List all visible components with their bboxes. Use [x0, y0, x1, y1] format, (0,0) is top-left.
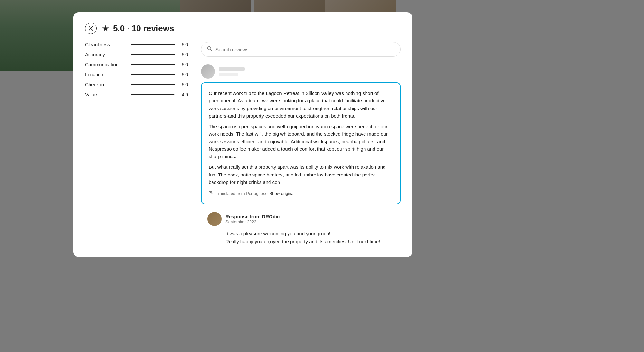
rating-value-communication: 5.0 [179, 62, 188, 67]
rating-value-checkin: 5.0 [179, 82, 188, 87]
rating-bar-communication [131, 64, 175, 65]
search-icon [207, 46, 212, 52]
host-response-paragraph-2: Really happy you enjoyed the property an… [225, 238, 401, 245]
rating-row-checkin: Check-in 5.0 [85, 82, 188, 87]
host-response-paragraph-1: It was a pleasure welcoming you and your… [225, 230, 401, 237]
search-bar[interactable] [201, 42, 401, 57]
rating-bar-fill-communication [131, 64, 175, 65]
reviewer-header [201, 64, 401, 79]
rating-value-value: 4.9 [179, 92, 188, 97]
rating-value-accuracy: 5.0 [179, 52, 188, 57]
rating-label-communication: Communication [85, 62, 127, 67]
rating-bar-location [131, 74, 175, 75]
rating-row-communication: Communication 5.0 [85, 62, 188, 67]
host-avatar [207, 212, 222, 226]
reviews-panel: Our recent work trip to the Lagoon Retre… [201, 42, 401, 247]
host-name: Response from DROdio [225, 214, 280, 219]
rating-bar-fill-checkin [131, 84, 175, 85]
rating-row-accuracy: Accuracy 5.0 [85, 52, 188, 57]
translation-note: Translated from Portuguese Show original [209, 190, 393, 197]
host-response: Response from DROdio September 2023 It w… [201, 212, 401, 247]
rating-label-cleanliness: Cleanliness [85, 42, 127, 47]
reviews-list: Our recent work trip to the Lagoon Retre… [201, 64, 401, 247]
rating-label-value: Value [85, 92, 127, 97]
rating-bar-cleanliness [131, 44, 175, 45]
review-paragraph-3: But what really set this property apart … [209, 163, 393, 186]
show-original-link[interactable]: Show original [270, 190, 295, 197]
rating-bar-value [131, 94, 175, 95]
host-date: September 2023 [225, 219, 280, 224]
rating-bar-fill-cleanliness [131, 44, 175, 45]
rating-row-value: Value 4.9 [85, 92, 188, 97]
svg-line-3 [211, 50, 212, 51]
translation-text: Translated from Portuguese [216, 190, 268, 197]
reviewer-name [219, 67, 245, 71]
rating-bar-fill-value [131, 94, 174, 95]
rating-label-accuracy: Accuracy [85, 52, 127, 57]
modal-title: 5.0 · 10 reviews [113, 24, 174, 33]
host-response-header: Response from DROdio September 2023 [207, 212, 401, 226]
modal-title-area: ★ 5.0 · 10 reviews [102, 24, 174, 33]
ratings-panel: Cleanliness 5.0 Accuracy 5.0 Communicati… [85, 42, 188, 247]
modal-header: ★ 5.0 · 10 reviews [85, 23, 401, 34]
rating-bar-fill-accuracy [131, 54, 175, 55]
review-paragraph-2: The spacious open spaces and well-equipp… [209, 123, 393, 160]
rating-bar-checkin [131, 84, 175, 85]
reviewer-date [219, 73, 238, 76]
search-input[interactable] [215, 47, 394, 52]
host-info: Response from DROdio September 2023 [225, 214, 280, 224]
reviewer-avatar [201, 64, 215, 79]
star-icon: ★ [102, 24, 109, 33]
rating-bar-accuracy [131, 54, 175, 55]
rating-row-cleanliness: Cleanliness 5.0 [85, 42, 188, 47]
close-button[interactable] [85, 23, 97, 34]
rating-value-cleanliness: 5.0 [179, 42, 188, 47]
review-item: Our recent work trip to the Lagoon Retre… [201, 64, 401, 204]
review-text-highlighted: Our recent work trip to the Lagoon Retre… [201, 82, 401, 204]
modal-body: Cleanliness 5.0 Accuracy 5.0 Communicati… [85, 42, 401, 247]
rating-label-checkin: Check-in [85, 82, 127, 87]
host-response-text: It was a pleasure welcoming you and your… [207, 230, 401, 245]
rating-value-location: 5.0 [179, 72, 188, 77]
rating-row-location: Location 5.0 [85, 72, 188, 77]
reviewer-avatar-image [201, 64, 215, 79]
rating-bar-fill-location [131, 74, 175, 75]
reviews-modal: ★ 5.0 · 10 reviews Cleanliness 5.0 Accur… [73, 12, 412, 257]
reviewer-info [219, 67, 245, 76]
rating-label-location: Location [85, 72, 127, 77]
translate-icon [209, 190, 214, 197]
review-paragraph-1: Our recent work trip to the Lagoon Retre… [209, 90, 393, 119]
